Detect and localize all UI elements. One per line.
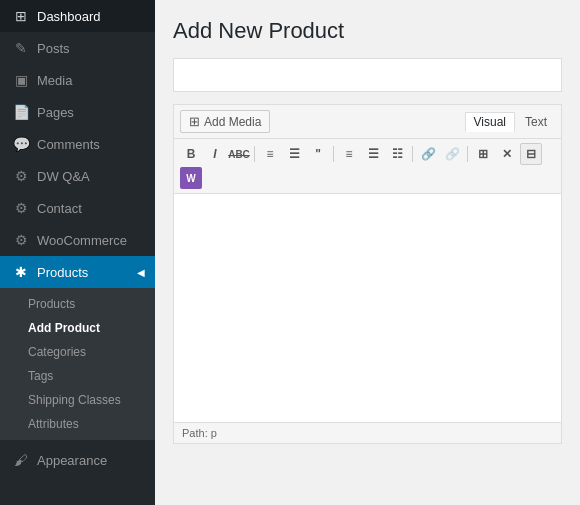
sidebar-item-label: Posts xyxy=(37,41,70,56)
path-label: Path: xyxy=(182,427,208,439)
format-table-2[interactable]: ⊟ xyxy=(520,143,542,165)
page-title: Add New Product xyxy=(173,18,562,44)
comments-icon: 💬 xyxy=(12,136,30,152)
format-ordered-list[interactable]: ☰ xyxy=(283,143,305,165)
sidebar-item-label: Appearance xyxy=(37,453,107,468)
submenu-item-attributes[interactable]: Attributes xyxy=(0,412,155,436)
editor-toolbar-top: ⊞ Add Media Visual Text xyxy=(173,104,562,138)
submenu-item-shipping-classes[interactable]: Shipping Classes xyxy=(0,388,155,412)
editor-body[interactable] xyxy=(173,193,562,423)
format-link[interactable]: 🔗 xyxy=(417,143,439,165)
format-table[interactable]: ⊞ xyxy=(472,143,494,165)
sidebar-item-pages[interactable]: 📄 Pages xyxy=(0,96,155,128)
products-arrow: ◀ xyxy=(137,267,145,278)
posts-icon: ✎ xyxy=(12,40,30,56)
format-unlink[interactable]: 🔗 xyxy=(441,143,463,165)
sidebar-item-products[interactable]: ✱ Products ◀ xyxy=(0,256,155,288)
submenu-item-add-product[interactable]: Add Product xyxy=(0,316,155,340)
sidebar-item-label: Pages xyxy=(37,105,74,120)
appearance-icon: 🖌 xyxy=(12,452,30,468)
submenu-item-tags[interactable]: Tags xyxy=(0,364,155,388)
format-woo[interactable]: W xyxy=(180,167,202,189)
product-title-input[interactable] xyxy=(173,58,562,92)
sidebar-item-media[interactable]: ▣ Media xyxy=(0,64,155,96)
separator-2 xyxy=(333,146,334,162)
contact-icon: ⚙ xyxy=(12,200,30,216)
dw-qa-icon: ⚙ xyxy=(12,168,30,184)
format-align-center[interactable]: ☰ xyxy=(362,143,384,165)
sidebar-item-posts[interactable]: ✎ Posts xyxy=(0,32,155,64)
sidebar-item-appearance[interactable]: 🖌 Appearance xyxy=(0,444,155,476)
sidebar-item-label: Comments xyxy=(37,137,100,152)
sidebar: ⊞ Dashboard ✎ Posts ▣ Media 📄 Pages 💬 Co… xyxy=(0,0,155,505)
add-media-icon: ⊞ xyxy=(189,114,200,129)
format-italic[interactable]: I xyxy=(204,143,226,165)
separator-4 xyxy=(467,146,468,162)
sidebar-item-label: DW Q&A xyxy=(37,169,90,184)
tab-visual[interactable]: Visual xyxy=(465,112,515,132)
woocommerce-icon: ⚙ xyxy=(12,232,30,248)
path-value: p xyxy=(211,427,217,439)
sidebar-item-contact[interactable]: ⚙ Contact xyxy=(0,192,155,224)
sidebar-item-label: Media xyxy=(37,73,72,88)
format-align-left[interactable]: ≡ xyxy=(338,143,360,165)
sidebar-item-label: Dashboard xyxy=(37,9,101,24)
tab-text[interactable]: Text xyxy=(517,112,555,132)
add-media-button[interactable]: ⊞ Add Media xyxy=(180,110,270,133)
sidebar-item-comments[interactable]: 💬 Comments xyxy=(0,128,155,160)
products-icon: ✱ xyxy=(12,264,30,280)
pages-icon: 📄 xyxy=(12,104,30,120)
editor-format-bar: B I ABC ≡ ☰ " ≡ ☰ ☷ 🔗 🔗 ⊞ ✕ ⊟ W xyxy=(173,138,562,193)
editor-tabs: Visual Text xyxy=(465,112,555,132)
editor-footer: Path: p xyxy=(173,423,562,444)
format-remove[interactable]: ✕ xyxy=(496,143,518,165)
sidebar-item-label: WooCommerce xyxy=(37,233,127,248)
sidebar-item-label: Contact xyxy=(37,201,82,216)
sidebar-item-label: Products xyxy=(37,265,88,280)
sidebar-item-dw-qa[interactable]: ⚙ DW Q&A xyxy=(0,160,155,192)
sidebar-item-woocommerce[interactable]: ⚙ WooCommerce xyxy=(0,224,155,256)
separator-1 xyxy=(254,146,255,162)
separator-3 xyxy=(412,146,413,162)
products-submenu: Products Add Product Categories Tags Shi… xyxy=(0,288,155,440)
format-blockquote[interactable]: " xyxy=(307,143,329,165)
format-align-right[interactable]: ☷ xyxy=(386,143,408,165)
dashboard-icon: ⊞ xyxy=(12,8,30,24)
sidebar-item-dashboard[interactable]: ⊞ Dashboard xyxy=(0,0,155,32)
submenu-item-categories[interactable]: Categories xyxy=(0,340,155,364)
format-bold[interactable]: B xyxy=(180,143,202,165)
format-unordered-list[interactable]: ≡ xyxy=(259,143,281,165)
main-content: Add New Product ⊞ Add Media Visual Text … xyxy=(155,0,580,505)
media-icon: ▣ xyxy=(12,72,30,88)
format-strikethrough[interactable]: ABC xyxy=(228,143,250,165)
submenu-item-products[interactable]: Products xyxy=(0,292,155,316)
